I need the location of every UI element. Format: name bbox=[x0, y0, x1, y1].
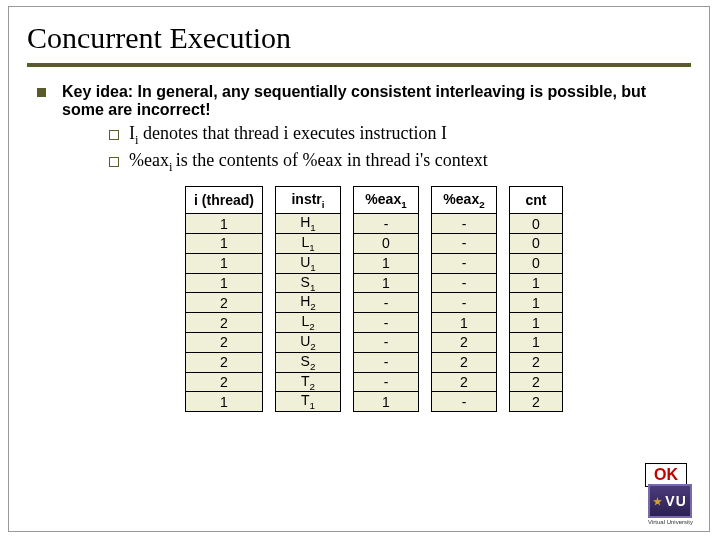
cell-gap bbox=[497, 372, 510, 392]
vu-badge-icon: ★VU bbox=[648, 484, 692, 518]
col-gap bbox=[263, 187, 276, 214]
cell-gap bbox=[419, 253, 432, 273]
slide-frame: Concurrent Execution Key idea: In genera… bbox=[8, 6, 710, 532]
cell-gap bbox=[263, 392, 276, 412]
cell-gap bbox=[497, 273, 510, 293]
cell-instr: L1 bbox=[276, 233, 341, 253]
cell-gap bbox=[497, 313, 510, 333]
cell-gap bbox=[341, 392, 354, 412]
cell-gap bbox=[419, 372, 432, 392]
cell-gap bbox=[263, 372, 276, 392]
cell-thread: 1 bbox=[186, 214, 263, 234]
cell-cnt: 0 bbox=[510, 214, 563, 234]
cell-thread: 2 bbox=[186, 352, 263, 372]
col-cnt: cnt bbox=[510, 187, 563, 214]
cell-thread: 1 bbox=[186, 233, 263, 253]
cell-gap bbox=[263, 214, 276, 234]
cell-eax2: - bbox=[432, 392, 497, 412]
cell-instr: U1 bbox=[276, 253, 341, 273]
sub-bullet-1: Ii denotes that thread i executes instru… bbox=[109, 123, 685, 148]
table-row: 1S11-1 bbox=[186, 273, 563, 293]
cell-eax1: - bbox=[354, 352, 419, 372]
col-eax2: %eax2 bbox=[432, 187, 497, 214]
cell-eax2: 2 bbox=[432, 332, 497, 352]
cell-gap bbox=[497, 392, 510, 412]
cell-gap bbox=[263, 313, 276, 333]
sub-bullet-1-text: Ii denotes that thread i executes instru… bbox=[129, 123, 447, 148]
key-idea-bullet: Key idea: In general, any sequentially c… bbox=[37, 83, 685, 119]
table-row: 1H1--0 bbox=[186, 214, 563, 234]
cell-eax1: - bbox=[354, 372, 419, 392]
table-header-row: i (thread) instri %eax1 %eax2 cnt bbox=[186, 187, 563, 214]
cell-eax2: - bbox=[432, 233, 497, 253]
cell-eax1: - bbox=[354, 214, 419, 234]
cell-thread: 2 bbox=[186, 332, 263, 352]
cell-eax1: - bbox=[354, 313, 419, 333]
cell-gap bbox=[497, 352, 510, 372]
cell-gap bbox=[341, 293, 354, 313]
hollow-square-icon bbox=[109, 157, 119, 167]
cell-gap bbox=[341, 332, 354, 352]
cell-gap bbox=[497, 332, 510, 352]
table-row: 2U2-21 bbox=[186, 332, 563, 352]
cell-eax2: - bbox=[432, 253, 497, 273]
cell-eax2: 2 bbox=[432, 372, 497, 392]
cell-gap bbox=[497, 214, 510, 234]
col-gap bbox=[341, 187, 354, 214]
cell-eax1: 1 bbox=[354, 392, 419, 412]
cell-cnt: 1 bbox=[510, 293, 563, 313]
trace-table-wrap: i (thread) instri %eax1 %eax2 cnt 1H1--0… bbox=[185, 186, 685, 412]
cell-instr: S2 bbox=[276, 352, 341, 372]
cell-thread: 2 bbox=[186, 372, 263, 392]
cell-cnt: 1 bbox=[510, 332, 563, 352]
col-eax1: %eax1 bbox=[354, 187, 419, 214]
cell-eax2: - bbox=[432, 293, 497, 313]
cell-eax1: 1 bbox=[354, 273, 419, 293]
table-row: 2T2-22 bbox=[186, 372, 563, 392]
cell-eax2: - bbox=[432, 273, 497, 293]
cell-instr: H1 bbox=[276, 214, 341, 234]
cell-gap bbox=[497, 233, 510, 253]
cell-eax1: - bbox=[354, 332, 419, 352]
cell-instr: U2 bbox=[276, 332, 341, 352]
cell-gap bbox=[497, 253, 510, 273]
cell-cnt: 1 bbox=[510, 313, 563, 333]
cell-instr: T2 bbox=[276, 372, 341, 392]
cell-eax2: 2 bbox=[432, 352, 497, 372]
cell-gap bbox=[419, 293, 432, 313]
cell-gap bbox=[263, 233, 276, 253]
cell-eax2: - bbox=[432, 214, 497, 234]
trace-table: i (thread) instri %eax1 %eax2 cnt 1H1--0… bbox=[185, 186, 563, 412]
cell-gap bbox=[263, 332, 276, 352]
cell-thread: 2 bbox=[186, 293, 263, 313]
cell-gap bbox=[341, 253, 354, 273]
page-title: Concurrent Execution bbox=[27, 17, 691, 67]
cell-gap bbox=[341, 233, 354, 253]
cell-cnt: 2 bbox=[510, 352, 563, 372]
cell-gap bbox=[341, 372, 354, 392]
table-row: 1L10-0 bbox=[186, 233, 563, 253]
cell-thread: 1 bbox=[186, 392, 263, 412]
cell-instr: S1 bbox=[276, 273, 341, 293]
cell-gap bbox=[341, 214, 354, 234]
cell-gap bbox=[497, 293, 510, 313]
col-thread: i (thread) bbox=[186, 187, 263, 214]
cell-thread: 2 bbox=[186, 313, 263, 333]
cell-gap bbox=[263, 293, 276, 313]
cell-gap bbox=[419, 273, 432, 293]
cell-gap bbox=[419, 392, 432, 412]
cell-cnt: 2 bbox=[510, 392, 563, 412]
cell-eax1: 0 bbox=[354, 233, 419, 253]
col-instr: instri bbox=[276, 187, 341, 214]
cell-cnt: 1 bbox=[510, 273, 563, 293]
table-row: 2S2-22 bbox=[186, 352, 563, 372]
cell-thread: 1 bbox=[186, 253, 263, 273]
square-bullet-icon bbox=[37, 88, 46, 97]
sub-bullet-2: %eaxi is the contents of %eax in thread … bbox=[109, 150, 685, 175]
cell-gap bbox=[419, 313, 432, 333]
star-icon: ★ bbox=[653, 496, 663, 507]
vu-caption: Virtual University bbox=[648, 519, 693, 525]
table-row: 2H2--1 bbox=[186, 293, 563, 313]
table-row: 2L2-11 bbox=[186, 313, 563, 333]
sub-bullet-2-text: %eaxi is the contents of %eax in thread … bbox=[129, 150, 488, 175]
